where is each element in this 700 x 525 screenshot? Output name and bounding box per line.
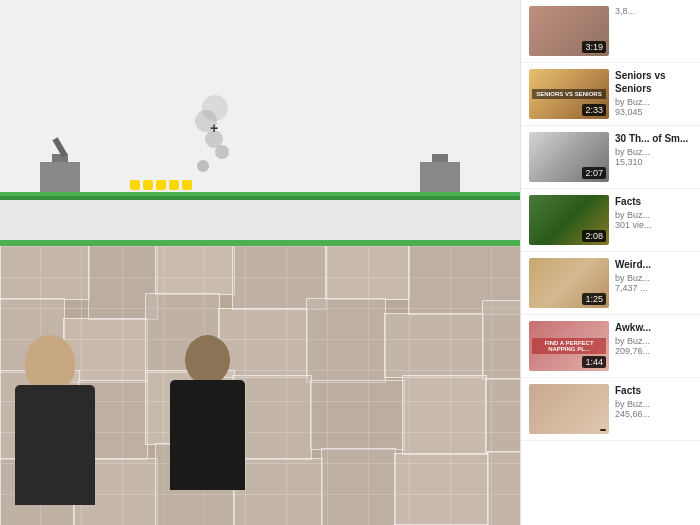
main-content: + (0, 0, 520, 525)
smoke-puff-5 (197, 160, 209, 172)
thumb-facts2 (529, 384, 609, 434)
thumb-top-partial: 3:19 (529, 6, 609, 56)
channel-facts2: by Buz... (615, 399, 692, 409)
tile (384, 313, 484, 378)
coin-1 (130, 180, 140, 190)
coin-3 (156, 180, 166, 190)
duration-weird: 1:25 (582, 293, 606, 305)
sidebar-item-facts1[interactable]: 2:08 Facts by Buz... 301 vie... (521, 189, 700, 252)
duration-facts2 (600, 429, 606, 431)
thumb-facts1: 2:08 (529, 195, 609, 245)
title-seniors: Seniors vs Seniors (615, 69, 692, 95)
channel-smell: by Buz... (615, 147, 692, 157)
channel-awkw: by Buz... (615, 336, 692, 346)
views-smell: 15,310 (615, 157, 692, 167)
person-head-center (185, 335, 230, 385)
smoke-puff-4 (202, 95, 228, 121)
thumb-seniors: 2:33 (529, 69, 609, 119)
smoke-puff-3 (215, 145, 229, 159)
tile (321, 448, 396, 525)
duration-top-partial: 3:19 (582, 41, 606, 53)
game-area: + (0, 0, 520, 240)
tile (485, 378, 520, 453)
info-smell: 30 Th... of Sm... by Buz... 15,310 (609, 132, 692, 167)
mosaic-background (0, 240, 520, 525)
tile (394, 453, 489, 525)
info-awkw: Awkw... by Buz... 209,76... (609, 321, 692, 356)
sidebar-item-smell[interactable]: 2:07 30 Th... of Sm... by Buz... 15,310 (521, 126, 700, 189)
coins-group (130, 180, 192, 190)
title-smell: 30 Th... of Sm... (615, 132, 692, 145)
tile (306, 298, 386, 383)
sidebar-item-weird[interactable]: 1:25 Weird... by Buz... 7,437 ... (521, 252, 700, 315)
views-seniors: 93,045 (615, 107, 692, 117)
turret-left-body (40, 162, 80, 192)
channel-facts1: by Buz... (615, 210, 692, 220)
tile (155, 240, 235, 295)
green-divider (0, 240, 520, 246)
info-weird: Weird... by Buz... 7,437 ... (609, 258, 692, 293)
views-awkw: 209,76... (615, 346, 692, 356)
ground (0, 192, 520, 200)
views-top-partial: 3,8... (615, 6, 692, 16)
duration-facts1: 2:08 (582, 230, 606, 242)
turret-right-body (420, 162, 460, 192)
duration-smell: 2:07 (582, 167, 606, 179)
views-facts2: 245,66... (615, 409, 692, 419)
tile (482, 300, 520, 380)
person-head-left (25, 335, 75, 390)
tile (487, 451, 520, 525)
sidebar-item-awkw[interactable]: 1:44 Awkw... by Buz... 209,76... (521, 315, 700, 378)
sidebar-item-facts2[interactable]: Facts by Buz... 245,66... (521, 378, 700, 441)
info-facts2: Facts by Buz... 245,66... (609, 384, 692, 419)
duration-seniors: 2:33 (582, 104, 606, 116)
views-weird: 7,437 ... (615, 283, 692, 293)
duration-awkw: 1:44 (582, 356, 606, 368)
game-sky: + (0, 0, 520, 200)
person-center (160, 325, 260, 525)
sidebar: 3:19 3,8... 2:33 Seniors vs Seniors by B… (520, 0, 700, 525)
tile (0, 240, 90, 300)
turret-right (420, 154, 460, 192)
sidebar-item-seniors[interactable]: 2:33 Seniors vs Seniors by Buz... 93,045 (521, 63, 700, 126)
thumb-smell: 2:07 (529, 132, 609, 182)
title-weird: Weird... (615, 258, 692, 271)
thumb-awkw: 1:44 (529, 321, 609, 371)
person-body-center (170, 380, 245, 490)
person-body-left (15, 385, 95, 505)
tile (402, 375, 487, 455)
turret-right-top (432, 154, 448, 162)
title-awkw: Awkw... (615, 321, 692, 334)
info-facts1: Facts by Buz... 301 vie... (609, 195, 692, 230)
views-facts1: 301 vie... (615, 220, 692, 230)
title-facts2: Facts (615, 384, 692, 397)
coin-5 (182, 180, 192, 190)
channel-seniors: by Buz... (615, 97, 692, 107)
sidebar-item-top-partial[interactable]: 3:19 3,8... (521, 0, 700, 63)
tile (310, 380, 405, 450)
coin-2 (143, 180, 153, 190)
thumb-weird: 1:25 (529, 258, 609, 308)
info-seniors: Seniors vs Seniors by Buz... 93,045 (609, 69, 692, 117)
ground-dark (0, 196, 520, 200)
video-area (0, 240, 520, 525)
info-top-partial: 3,8... (609, 6, 692, 16)
channel-weird: by Buz... (615, 273, 692, 283)
turret-left (40, 154, 80, 192)
tile (325, 240, 410, 300)
title-facts1: Facts (615, 195, 692, 208)
person-left (10, 305, 130, 525)
coin-4 (169, 180, 179, 190)
